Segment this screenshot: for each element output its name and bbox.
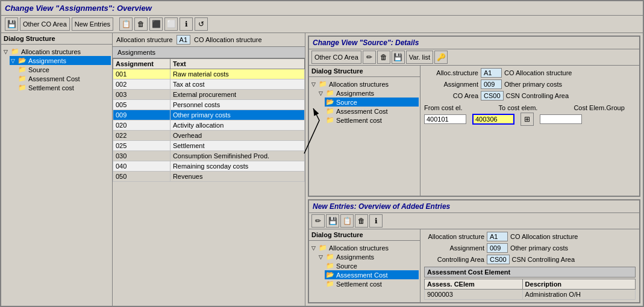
assignment-label: Assignment: [424, 81, 478, 88]
ne-delete-icon[interactable]: 🗑: [355, 214, 368, 228]
toggle-icon-2[interactable]: ▽: [11, 58, 18, 64]
source-details-toolbar: Other CO Area ✏ 🗑 💾 Var. list 🔑: [309, 49, 639, 66]
cell-assignment-text: External procurement: [170, 90, 304, 100]
new-entries-button[interactable]: New Entries: [72, 17, 113, 31]
folder-icon-5: 📁: [18, 84, 27, 91]
co-area-code: CS00: [481, 91, 504, 101]
from-cost-input[interactable]: [424, 114, 466, 124]
cell-assignment-id: 025: [113, 141, 170, 151]
source-tree-assignments[interactable]: ▽ 📁 Assignments: [317, 88, 419, 98]
table-row[interactable]: 022Overhead: [113, 131, 305, 141]
table-row[interactable]: 003External procurement: [113, 90, 305, 100]
ne-tree-assignments[interactable]: ▽ 📁 Assignments: [317, 252, 419, 261]
cost-group-input[interactable]: [540, 114, 582, 124]
source-tree-source[interactable]: 📂 Source: [325, 98, 419, 107]
folder-icon-2: 📂: [18, 57, 27, 64]
save-icon[interactable]: 💾: [5, 17, 18, 31]
ne-tree-alloc[interactable]: ▽ 📁 Allocation structures: [310, 243, 419, 252]
deselect-icon[interactable]: ⬜: [164, 17, 178, 31]
cell-assignment-id: 001: [113, 69, 170, 79]
folder-icon-4: 📁: [18, 75, 27, 82]
ne-assignment-row: Assignment 009 Other primary costs: [424, 243, 636, 253]
ne-save-icon[interactable]: 💾: [326, 214, 339, 228]
dialog-structure-header: Dialog Structure: [1, 33, 112, 45]
ne-alloc-struct-row: Allocation structure A1 CO Allocation st…: [424, 232, 636, 241]
cell-assignment-text: Remaining sconday costs: [170, 161, 304, 172]
to-cost-input[interactable]: [472, 114, 514, 125]
refresh-icon[interactable]: ↺: [195, 17, 208, 31]
ne-edit-icon[interactable]: ✏: [311, 214, 325, 228]
to-cost-browse-icon[interactable]: ⊞: [521, 113, 534, 126]
source-details-window: Change View "Source": Details Other CO A…: [308, 36, 640, 197]
source-left-tree: Dialog Structure ▽ 📁 Allocation structur…: [309, 66, 420, 196]
source-edit-icon[interactable]: ✏: [363, 51, 376, 64]
assess-cell-id: 9000003: [425, 290, 523, 300]
ne-alloc-code: A1: [487, 232, 508, 241]
source-info-icon[interactable]: 🔑: [434, 51, 448, 64]
table-row[interactable]: 020Activity allocation: [113, 120, 305, 131]
cell-assignment-id: 003: [113, 90, 170, 100]
table-row[interactable]: 009Other primary costs: [113, 110, 305, 120]
assess-table-row[interactable]: 9000003Administration O/H: [425, 290, 636, 300]
main-toolbar: 💾 Other CO Area New Entries 📋 🗑 ⬛ ⬜ ℹ ↺: [1, 16, 643, 33]
tree-source[interactable]: 📁 Source: [17, 65, 111, 74]
copy-icon[interactable]: 📋: [119, 17, 133, 31]
co-area-label: CO Area: [424, 92, 478, 99]
ne-info-icon[interactable]: ℹ: [369, 214, 383, 228]
cost-elem-group-headers: From cost el. To cost elem. Cost Elem.Gr…: [424, 104, 636, 126]
cell-assignment-text: Other primary costs: [170, 110, 304, 120]
cell-assignment-id: 030: [113, 151, 170, 161]
ne-tree-settlement[interactable]: 📁 Settlement cost: [325, 279, 419, 288]
cell-assignment-id: 005: [113, 100, 170, 110]
source-other-co-area[interactable]: Other CO Area: [311, 51, 361, 64]
cell-assignment-text: Tax at cost: [170, 79, 304, 90]
left-panel: Dialog Structure ▽ 📁 Allocation structur…: [1, 33, 113, 306]
cost-group-label: Cost Elem.Group: [574, 104, 624, 111]
source-tree-assessment[interactable]: 📁 Assessment Cost: [325, 107, 419, 116]
table-row[interactable]: 005Personnel costs: [113, 100, 305, 110]
table-row[interactable]: 030Consumption Semifinished Prod.: [113, 151, 305, 161]
tree-assessment-cost[interactable]: 📁 Assessment Cost: [17, 74, 111, 83]
tree-settlement-cost[interactable]: 📁 Settlement cost: [17, 83, 111, 92]
tree-allocation-structures[interactable]: ▽ 📁 Allocation structures: [2, 47, 111, 56]
assess-cost-table: Assess. CElem Description 9000003Adminis…: [424, 279, 636, 300]
ne-tree-assessment[interactable]: 📂 Assessment Cost: [325, 270, 419, 279]
source-details-content: Dialog Structure ▽ 📁 Allocation structur…: [309, 66, 639, 196]
assess-table-title: Assessment Cost Element: [424, 267, 636, 278]
info-icon[interactable]: ℹ: [180, 17, 193, 31]
source-save-icon[interactable]: 💾: [392, 51, 405, 64]
col-text: Text: [170, 59, 304, 69]
tree-assignments[interactable]: ▽ 📂 Assignments: [10, 56, 111, 65]
table-row[interactable]: 040Remaining sconday costs: [113, 161, 305, 172]
source-dialog-header: Dialog Structure: [309, 66, 420, 77]
source-tree-settlement[interactable]: 📁 Settlement cost: [325, 116, 419, 125]
assess-col-desc: Description: [522, 279, 635, 290]
folder-icon-3: 📁: [18, 66, 27, 73]
table-row[interactable]: 025Settlement: [113, 141, 305, 151]
delete-icon[interactable]: 🗑: [134, 17, 148, 31]
cell-assignment-id: 020: [113, 120, 170, 131]
cell-assignment-text: Consumption Semifinished Prod.: [170, 151, 304, 161]
ne-copy-icon[interactable]: 📋: [340, 214, 354, 228]
ne-tree: ▽ 📁 Allocation structures ▽ 📁 Assignment…: [309, 241, 420, 291]
table-row[interactable]: 001Raw material costs: [113, 69, 305, 79]
ne-assignment-desc: Other primary costs: [510, 244, 568, 252]
table-row[interactable]: 050Revenues: [113, 172, 305, 182]
main-window: Change View "Assignments": Overview 💾 Ot…: [0, 0, 644, 307]
ne-controlling-desc: CSN Controlling Area: [512, 256, 575, 263]
source-var-list[interactable]: Var. list: [406, 51, 433, 64]
select-all-icon[interactable]: ⬛: [149, 17, 163, 31]
assignments-table: Assignment Text 001Raw material costs002…: [113, 58, 305, 182]
assignment-row: Assignment 009 Other primary costs: [424, 79, 636, 89]
other-co-area-button[interactable]: Other CO Area: [20, 17, 70, 31]
main-title: Change View "Assignments": Overview: [1, 1, 643, 16]
table-row[interactable]: 002Tax at cost: [113, 79, 305, 90]
right-panel: Change View "Source": Details Other CO A…: [305, 33, 643, 306]
source-tree-alloc[interactable]: ▽ 📁 Allocation structures: [310, 79, 419, 88]
middle-panel: Allocation structure A1 CO Allocation st…: [113, 33, 305, 306]
co-area-desc: CSN Controlling Area: [506, 92, 569, 99]
source-delete-icon[interactable]: 🗑: [377, 51, 390, 64]
ne-tree-source[interactable]: 📁 Source: [325, 261, 419, 270]
toggle-icon[interactable]: ▽: [4, 49, 11, 55]
assignments-label: Assignments: [28, 57, 66, 64]
